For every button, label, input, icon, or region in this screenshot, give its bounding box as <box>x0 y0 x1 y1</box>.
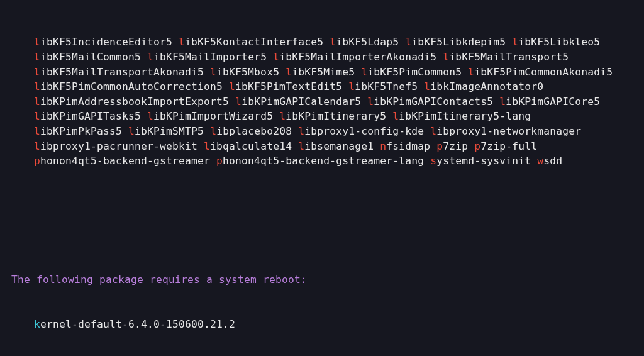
package-row: libKF5MailTransportAkonadi5 libKF5Mbox5 … <box>34 65 633 80</box>
package-name: phonon4qt5-backend-gstreamer-lang <box>216 155 424 167</box>
package-name: libKPimItinerary5-lang <box>392 110 531 122</box>
package-name: systemd-sysvinit <box>430 155 531 167</box>
package-name: libKPimItinerary5 <box>279 110 386 122</box>
package-name: libKF5Ldap5 <box>330 36 399 48</box>
package-row: libproxy1-pacrunner-webkit libqalculate1… <box>34 139 633 154</box>
package-row: phonon4qt5-backend-gstreamer phonon4qt5-… <box>34 153 633 169</box>
package-name: libKF5Libkleo5 <box>512 36 600 48</box>
package-name: libKF5MailImporterAkonadi5 <box>273 51 436 63</box>
package-name: p7zip-full <box>474 140 537 152</box>
package-name: libKF5Libkdepim5 <box>405 36 506 48</box>
package-name: libqalculate14 <box>204 140 292 152</box>
package-name: p7zip <box>436 140 468 152</box>
package-name: libKF5IncidenceEditor5 <box>34 36 172 48</box>
package-row: libKF5PimCommonAutoCorrection5 libKF5Pim… <box>34 79 633 94</box>
package-name: libKF5Tnef5 <box>348 81 418 92</box>
reboot-required-header: The following package requires a system … <box>11 272 633 287</box>
package-name: libKF5PimCommonAutoCorrection5 <box>34 81 223 92</box>
package-name: libplacebo208 <box>210 125 292 137</box>
package-row: libKF5IncidenceEditor5 libKF5KontactInte… <box>34 35 633 50</box>
package-removal-list: libKF5IncidenceEditor5 libKF5KontactInte… <box>11 35 633 169</box>
terminal-output: libKF5IncidenceEditor5 libKF5KontactInte… <box>0 0 644 356</box>
package-row: libKPimGAPITasks5 libKPimImportWizard5 l… <box>34 109 633 124</box>
package-name: libKF5PimCommonAkonadi5 <box>468 66 613 78</box>
package-name: libproxy1-pacrunner-webkit <box>34 140 197 152</box>
package-row: libKF5MailCommon5 libKF5MailImporter5 li… <box>34 50 633 65</box>
package-name: libKF5MailTransport5 <box>443 51 569 63</box>
package-name: libKF5MailImporter5 <box>147 51 267 63</box>
package-name: libproxy1-networkmanager <box>430 125 581 137</box>
package-name: libproxy1-config-kde <box>298 125 424 137</box>
package-name: libKPimGAPICore5 <box>499 96 600 108</box>
package-name: libKF5PimCommon5 <box>361 66 462 78</box>
package-row: libKPimAddressbookImportExport5 libKPimG… <box>34 94 633 109</box>
package-name: libkImageAnnotator0 <box>424 81 543 92</box>
package-name: libKPimAddressbookImportExport5 <box>34 96 229 108</box>
package-name: libKF5MailCommon5 <box>34 51 141 63</box>
package-name: libsemanage1 <box>298 140 374 152</box>
package-name: nfsidmap <box>380 140 430 152</box>
package-name: libKPimSMTP5 <box>128 125 204 137</box>
blank-line <box>11 213 633 228</box>
package-name: libKF5PimTextEdit5 <box>229 81 342 92</box>
package-name: libKPimPkPass5 <box>34 125 122 137</box>
package-name: libKPimGAPICalendar5 <box>235 96 361 108</box>
package-name: libKF5Mime5 <box>286 66 355 78</box>
package-name: wsdd <box>537 155 562 167</box>
package-name: libKF5KontactInterface5 <box>179 36 323 48</box>
package-name: libKPimImportWizard5 <box>147 110 273 122</box>
package-name: libKF5Mbox5 <box>210 66 279 78</box>
package-name: libKF5MailTransportAkonadi5 <box>34 66 204 78</box>
package-row: libKPimPkPass5 libKPimSMTP5 libplacebo20… <box>34 124 633 139</box>
reboot-package: kernel-default-6.4.0-150600.21.2 <box>11 317 633 332</box>
package-name: phonon4qt5-backend-gstreamer <box>34 155 210 167</box>
package-name: libKPimGAPIContacts5 <box>367 96 493 108</box>
package-name: libKPimGAPITasks5 <box>34 110 141 122</box>
